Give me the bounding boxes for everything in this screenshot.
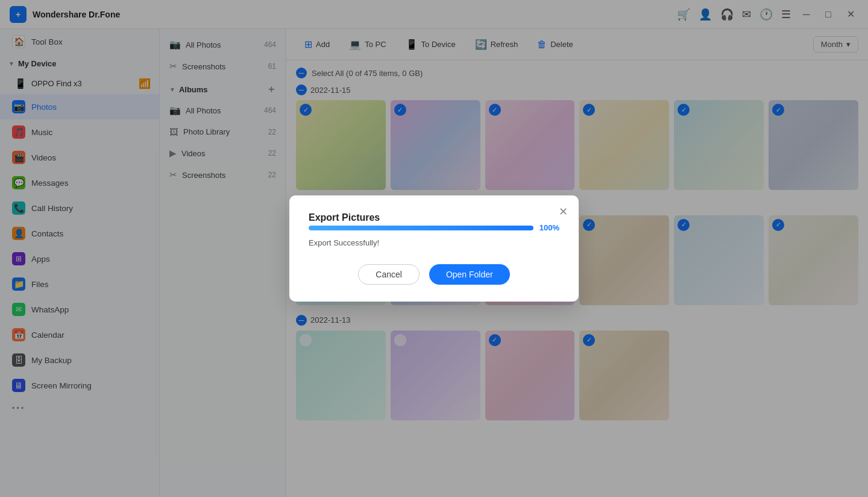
- cancel-button[interactable]: Cancel: [358, 264, 420, 285]
- modal-actions: Cancel Open Folder: [309, 264, 559, 285]
- progress-bar-fill: [309, 226, 533, 230]
- modal-title: Export Pictures: [309, 212, 380, 223]
- open-folder-button[interactable]: Open Folder: [429, 264, 510, 285]
- modal-close-button[interactable]: ✕: [559, 205, 568, 218]
- progress-pct: 100%: [539, 223, 559, 232]
- progress-bar-container: [309, 226, 533, 230]
- export-success-text: Export Successfully!: [309, 238, 559, 247]
- modal-overlay: Export Pictures ✕ 100% Export Successful…: [0, 0, 868, 497]
- progress-row: 100%: [309, 223, 559, 232]
- export-modal: Export Pictures ✕ 100% Export Successful…: [289, 195, 579, 302]
